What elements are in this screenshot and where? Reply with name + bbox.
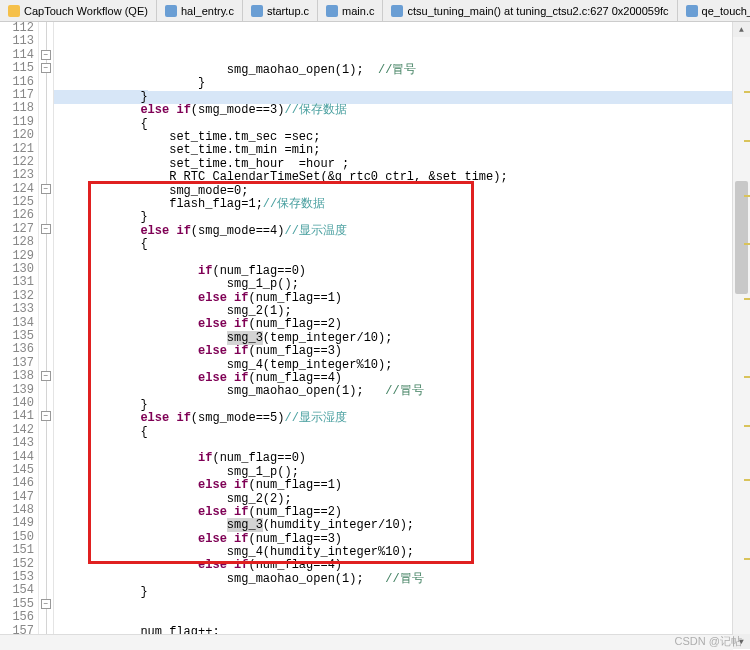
line-number: 146 — [0, 477, 34, 490]
code-line[interactable]: { — [54, 426, 750, 439]
code-line[interactable]: smg_maohao_open(1); //冒号 — [54, 385, 750, 398]
fold-marker — [39, 464, 53, 477]
code-line[interactable]: else if(num_flag==1) — [54, 292, 750, 305]
line-number: 134 — [0, 317, 34, 330]
line-number: 122 — [0, 156, 34, 169]
line-number: 112 — [0, 22, 34, 35]
fold-marker — [39, 357, 53, 370]
fold-marker — [39, 169, 53, 182]
tab-label: hal_entry.c — [181, 5, 234, 17]
code-line[interactable]: else if(smg_mode==3)//保存数据 — [54, 104, 750, 117]
code-line[interactable]: { — [54, 118, 750, 131]
tab-hal-entry-c[interactable]: hal_entry.c — [157, 0, 243, 21]
code-line[interactable]: else if(num_flag==3) — [54, 345, 750, 358]
c-file-icon — [391, 5, 403, 17]
code-line[interactable]: smg_3(temp_integer/10); — [54, 332, 750, 345]
fold-marker — [39, 558, 53, 571]
code-line[interactable]: if(num_flag==0) — [54, 452, 750, 465]
c-file-icon — [251, 5, 263, 17]
code-line[interactable]: set_time.tm_sec =sec; — [54, 131, 750, 144]
code-line[interactable]: smg_4(humdity_integer%10); — [54, 546, 750, 559]
fold-marker[interactable] — [39, 370, 53, 383]
tab-qe-touch-sample-c[interactable]: qe_touch_sample.c — [678, 0, 750, 21]
code-area[interactable]: smg_maohao_open(1); //冒号 } } else if(smg… — [54, 22, 750, 650]
code-line[interactable] — [54, 439, 750, 452]
line-number: 140 — [0, 397, 34, 410]
fold-marker[interactable] — [39, 598, 53, 611]
fold-marker — [39, 424, 53, 437]
line-number: 144 — [0, 451, 34, 464]
code-line[interactable]: else if(num_flag==3) — [54, 533, 750, 546]
code-line[interactable]: flash_flag=1;//保存数据 — [54, 198, 750, 211]
fold-marker — [39, 517, 53, 530]
code-line[interactable]: set_time.tm_min =min; — [54, 144, 750, 157]
code-line[interactable]: else if(num_flag==2) — [54, 506, 750, 519]
line-number: 130 — [0, 263, 34, 276]
scroll-up-arrow[interactable]: ▲ — [733, 22, 750, 37]
code-line[interactable]: smg_maohao_open(1); //冒号 — [54, 573, 750, 586]
code-line[interactable]: R_RTC_CalendarTimeSet(&g_rtc0_ctrl, &set… — [54, 171, 750, 184]
fold-marker — [39, 250, 53, 263]
fold-marker — [39, 384, 53, 397]
code-line[interactable]: } — [54, 586, 750, 599]
code-line[interactable]: smg_1_p(); — [54, 466, 750, 479]
code-line[interactable]: else if(smg_mode==4)//显示温度 — [54, 225, 750, 238]
line-number: 148 — [0, 504, 34, 517]
fold-gutter[interactable] — [39, 22, 54, 650]
line-number: 150 — [0, 531, 34, 544]
code-line[interactable]: else if(num_flag==1) — [54, 479, 750, 492]
code-line[interactable] — [54, 251, 750, 264]
line-number: 129 — [0, 250, 34, 263]
code-line[interactable]: smg_maohao_open(1); //冒号 — [54, 64, 750, 77]
tab-captouch-workflow-qe-[interactable]: CapTouch Workflow (QE) — [0, 0, 157, 21]
code-line[interactable]: { — [54, 238, 750, 251]
c-file-icon — [165, 5, 177, 17]
vertical-scrollbar[interactable]: ▲ ▼ — [732, 22, 750, 649]
line-number: 154 — [0, 584, 34, 597]
code-line[interactable]: else if(num_flag==4) — [54, 559, 750, 572]
line-number: 132 — [0, 290, 34, 303]
code-line[interactable]: else if(num_flag==2) — [54, 318, 750, 331]
tab-startup-c[interactable]: startup.c — [243, 0, 318, 21]
fold-marker — [39, 397, 53, 410]
fold-marker[interactable] — [39, 62, 53, 75]
workflow-icon — [8, 5, 20, 17]
fold-marker[interactable] — [39, 223, 53, 236]
code-line[interactable]: smg_2(1); — [54, 305, 750, 318]
tab-label: startup.c — [267, 5, 309, 17]
fold-marker[interactable] — [39, 410, 53, 423]
tab-label: ctsu_tuning_main() at tuning_ctsu2.c:627… — [407, 5, 668, 17]
code-line[interactable]: smg_4(temp_integer%10); — [54, 359, 750, 372]
code-line[interactable]: smg_mode=0; — [54, 185, 750, 198]
code-line[interactable]: } — [54, 211, 750, 224]
tab-ctsu-tuning-main-at-tuning-ctsu2-c-627-0x200059fc[interactable]: ctsu_tuning_main() at tuning_ctsu2.c:627… — [383, 0, 677, 21]
fold-marker[interactable] — [39, 183, 53, 196]
code-line[interactable] — [54, 613, 750, 626]
fold-marker — [39, 116, 53, 129]
code-line[interactable]: } — [54, 91, 750, 104]
fold-marker — [39, 317, 53, 330]
line-number: 124 — [0, 183, 34, 196]
fold-marker — [39, 504, 53, 517]
fold-marker — [39, 531, 53, 544]
code-line[interactable]: else if(num_flag==4) — [54, 372, 750, 385]
code-line[interactable]: smg_3(humdity_integer/10); — [54, 519, 750, 532]
fold-marker — [39, 143, 53, 156]
code-line[interactable]: smg_1_p(); — [54, 278, 750, 291]
fold-marker — [39, 611, 53, 624]
line-number: 113 — [0, 35, 34, 48]
line-number: 117 — [0, 89, 34, 102]
fold-marker[interactable] — [39, 49, 53, 62]
code-line[interactable] — [54, 600, 750, 613]
code-line[interactable]: smg_2(2); — [54, 493, 750, 506]
horizontal-scrollbar[interactable] — [0, 634, 733, 650]
fold-marker — [39, 437, 53, 450]
code-line[interactable]: if(num_flag==0) — [54, 265, 750, 278]
fold-marker — [39, 276, 53, 289]
code-line[interactable]: } — [54, 77, 750, 90]
line-number: 138 — [0, 370, 34, 383]
line-number: 125 — [0, 196, 34, 209]
tab-main-c[interactable]: main.c — [318, 0, 383, 21]
code-line[interactable]: set_time.tm_hour =hour ; — [54, 158, 750, 171]
code-line[interactable]: else if(smg_mode==5)//显示湿度 — [54, 412, 750, 425]
